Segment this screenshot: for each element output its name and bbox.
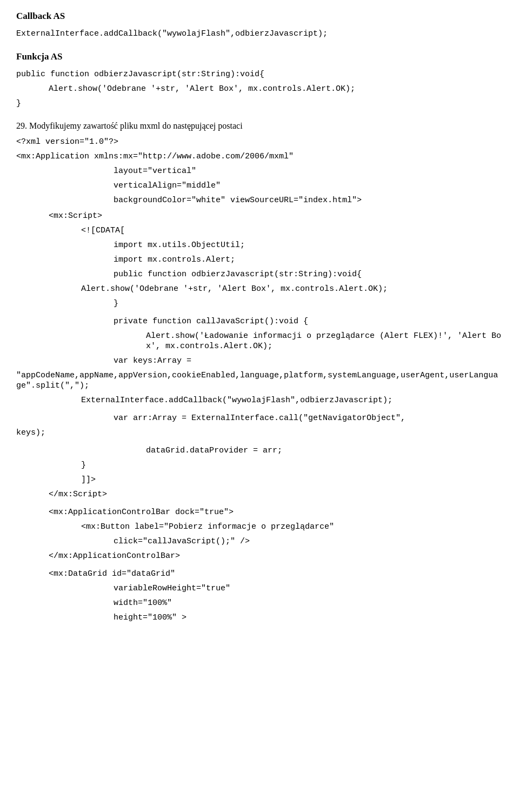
- vertical-align-line: verticalAlign="middle": [114, 180, 503, 190]
- code-mx-app-control-close: </mx:ApplicationControlBar>: [49, 551, 180, 561]
- code-data-grid: dataGrid.dataProvider = arr;: [146, 446, 282, 455]
- mx-app-control-close-line: </mx:ApplicationControlBar>: [49, 550, 503, 561]
- code-cdata-close: ]]>: [81, 475, 96, 484]
- code-var-arr: var arr:Array = ExternalInterface.call("…: [114, 414, 405, 423]
- code-external-add: ExternalInterface.addCallback("wywolajFl…: [81, 396, 392, 405]
- click-line: click="callJavaScript();" />: [114, 536, 503, 546]
- code-mx-datagrid: <mx:DataGrid id="dataGrid": [49, 569, 175, 578]
- code-alert-show: Alert.show('Odebrane '+str, 'Alert Box',…: [49, 84, 355, 94]
- code-alert-show2: Alert.show('Odebrane '+str, 'Alert Box',…: [81, 284, 388, 294]
- background-line: backgroundColor="white" viewSourceURL="i…: [114, 195, 503, 205]
- code-mx-application: <mx:Application xmlns:mx="http://www.ado…: [16, 152, 294, 161]
- code-width: width="100%": [114, 598, 172, 608]
- code-mx-button: <mx:Button label="Pobierz informacje o p…: [81, 522, 334, 531]
- height-line: height="100%" >: [114, 612, 503, 622]
- alert-show2-line: Alert.show('Odebrane '+str, 'Alert Box',…: [81, 283, 503, 294]
- data-grid-line: dataGrid.dataProvider = arr;: [146, 445, 503, 455]
- import-objectutil-line: import mx.utils.ObjectUtil;: [114, 239, 503, 250]
- alert-show3-line: Alert.show('Ładowanie informacji o przeg…: [146, 330, 503, 351]
- private-function-line: private function callJavaScript():void {: [114, 316, 503, 326]
- var-arr-line: var arr:Array = ExternalInterface.call("…: [114, 412, 503, 423]
- cdata-open-line: <![CDATA[: [81, 225, 503, 235]
- code-external-interface: ExternalInterface.addCallback("wywolajFl…: [16, 29, 328, 38]
- cdata-close-line: ]]>: [81, 474, 503, 484]
- code-click: click="callJavaScript();" />: [114, 537, 250, 546]
- close-brace-line: }: [16, 98, 503, 108]
- mx-script-line: <mx:Script>: [49, 210, 503, 221]
- public-function2-line: public function odbierzJavascript(str:St…: [114, 269, 503, 279]
- code-close-brace: }: [16, 99, 21, 108]
- code-layout: layout="vertical": [114, 167, 196, 176]
- heading-callback-as: Callback AS: [16, 11, 503, 22]
- mx-button-line: <mx:Button label="Pobierz informacje o p…: [81, 521, 503, 531]
- code-background: backgroundColor="white" viewSourceURL="i…: [114, 196, 362, 205]
- var-keys-line: var keys:Array =: [114, 355, 503, 365]
- close-brace3-line: }: [81, 460, 503, 470]
- variable-row-line: variableRowHeight="true": [114, 583, 503, 593]
- section-29: 29. Modyfikujemy zawartość pliku mxml do…: [16, 121, 503, 622]
- code-variable-row: variableRowHeight="true": [114, 584, 230, 593]
- import-alert-line: import mx.controls.Alert;: [114, 254, 503, 264]
- code-var-keys: var keys:Array =: [114, 356, 191, 365]
- width-line: width="100%": [114, 597, 503, 608]
- code-mx-script-close: </mx:Script>: [49, 490, 107, 499]
- code-cdata-open: <![CDATA[: [81, 226, 125, 235]
- funkcja-as-section: Funkcja AS public function odbierzJavasc…: [16, 51, 503, 108]
- external-interface-line: ExternalInterface.addCallback("wywolajFl…: [16, 28, 503, 38]
- code-mx-script: <mx:Script>: [49, 211, 102, 221]
- code-private-function: private function callJavaScript():void {: [114, 317, 308, 326]
- code-public-function: public function odbierzJavascript(str:St…: [16, 70, 264, 79]
- code-height: height="100%" >: [114, 613, 187, 622]
- heading-funkcja-as: Funkcja AS: [16, 51, 503, 62]
- mx-app-control-line: <mx:ApplicationControlBar dock="true">: [49, 507, 503, 517]
- code-alert-show3: Alert.show('Ładowanie informacji o przeg…: [146, 331, 501, 351]
- code-public-function2: public function odbierzJavascript(str:St…: [114, 270, 362, 279]
- layout-line: layout="vertical": [114, 165, 503, 176]
- code-xml-version: <?xml version="1.0"?>: [16, 137, 118, 147]
- close-brace2-line: }: [114, 298, 503, 308]
- code-mx-app-control: <mx:ApplicationControlBar dock="true">: [49, 508, 234, 517]
- code-keys: keys);: [16, 428, 45, 437]
- keys-line: keys);: [16, 427, 503, 437]
- public-function-line: public function odbierzJavascript(str:St…: [16, 69, 503, 79]
- code-close-brace2: }: [114, 299, 118, 308]
- mx-application-line: <mx:Application xmlns:mx="http://www.ado…: [16, 151, 503, 161]
- external-add-line: ExternalInterface.addCallback("wywolajFl…: [81, 395, 503, 405]
- code-keys-value: "appCodeName,appName,appVersion,cookieEn…: [16, 371, 498, 390]
- alert-show-line: Alert.show('Odebrane '+str, 'Alert Box',…: [49, 83, 503, 94]
- mx-datagrid-line: <mx:DataGrid id="dataGrid": [49, 568, 503, 578]
- xml-version-line: <?xml version="1.0"?>: [16, 136, 503, 147]
- code-import-objectutil: import mx.utils.ObjectUtil;: [114, 241, 245, 250]
- section-29-text: 29. Modyfikujemy zawartość pliku mxml do…: [16, 121, 503, 131]
- code-close-brace3: }: [81, 461, 86, 470]
- mx-script-close-line: </mx:Script>: [49, 489, 503, 499]
- keys-value-line: "appCodeName,appName,appVersion,cookieEn…: [16, 370, 503, 390]
- code-import-alert: import mx.controls.Alert;: [114, 255, 235, 264]
- callback-as-section: Callback AS ExternalInterface.addCallbac…: [16, 11, 503, 38]
- code-vertical-align: verticalAlign="middle": [114, 181, 221, 190]
